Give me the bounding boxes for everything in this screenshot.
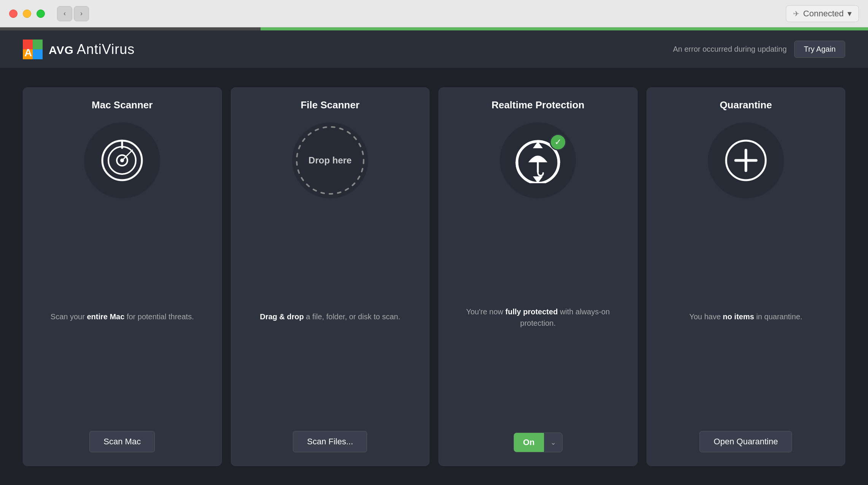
toggle-arrow[interactable]: ⌄ <box>544 434 562 451</box>
connected-button[interactable]: ✈ Connected ▾ <box>786 5 859 22</box>
update-message: An error occurred during updating <box>673 45 787 54</box>
chevron-down-icon: ▾ <box>847 9 852 19</box>
file-scanner-icon-area: Drop here <box>292 122 368 198</box>
file-scanner-description: Drag & drop a file, folder, or disk to s… <box>260 210 400 423</box>
main-content: Mac Scanner Scan your entire Mac <box>0 68 868 485</box>
drop-zone[interactable]: Drop here <box>294 124 366 197</box>
quarantine-plus-icon <box>725 139 767 181</box>
open-quarantine-button[interactable]: Open Quarantine <box>699 431 792 452</box>
mac-scanner-title: Mac Scanner <box>92 99 153 111</box>
nav-forward-button[interactable]: › <box>74 6 89 21</box>
titlebar: ‹ › ✈ Connected ▾ <box>0 0 868 27</box>
file-scanner-card[interactable]: File Scanner Drop here Drag & drop a fil… <box>231 87 430 466</box>
quarantine-card: Quarantine You have no items in quaranti… <box>647 87 846 466</box>
svg-text:A: A <box>24 47 32 59</box>
scan-files-button[interactable]: Scan Files... <box>293 431 367 452</box>
connected-label: Connected <box>803 9 844 19</box>
file-scanner-title: File Scanner <box>300 99 359 111</box>
nav-arrows: ‹ › <box>57 6 89 21</box>
brand-label: AVG <box>49 44 74 57</box>
quarantine-title: Quarantine <box>720 99 772 111</box>
green-bar <box>0 27 868 30</box>
realtime-protection-icon-area: ✓ <box>500 122 576 198</box>
toggle-on-label[interactable]: On <box>514 433 544 452</box>
app-header: A AVG AntiVirus An error occurred during… <box>0 30 868 68</box>
nav-back-button[interactable]: ‹ <box>57 6 72 21</box>
app-title: AntiVirus <box>77 41 135 57</box>
scan-mac-button[interactable]: Scan Mac <box>89 431 155 452</box>
realtime-protection-description: You're now fully protected with always-o… <box>450 210 626 425</box>
update-area: An error occurred during updating Try Ag… <box>673 41 845 58</box>
try-again-button[interactable]: Try Again <box>794 41 845 58</box>
logo-area: A AVG AntiVirus <box>23 40 135 59</box>
protection-icon-wrap: ✓ <box>513 138 563 183</box>
quarantine-icon-area <box>708 122 784 198</box>
checkmark-badge: ✓ <box>550 134 566 151</box>
quarantine-description: You have no items in quarantine. <box>689 210 802 423</box>
drop-here-text: Drop here <box>308 155 351 166</box>
svg-rect-3 <box>33 49 43 59</box>
avg-logo-icon: A <box>23 40 43 59</box>
window-controls <box>9 10 45 18</box>
realtime-protection-title: Realtime Protection <box>491 99 584 111</box>
mac-scanner-card: Mac Scanner Scan your entire Mac <box>23 87 222 466</box>
minimize-button[interactable] <box>23 10 31 18</box>
svg-rect-1 <box>33 40 43 49</box>
mac-scanner-icon-area <box>84 122 160 198</box>
mac-scanner-description: Scan your entire Mac for potential threa… <box>51 210 194 423</box>
close-button[interactable] <box>9 10 17 18</box>
mac-scanner-icon <box>101 139 143 181</box>
maximize-button[interactable] <box>37 10 45 18</box>
cards-grid: Mac Scanner Scan your entire Mac <box>23 87 845 466</box>
toggle-wrap[interactable]: On ⌄ <box>513 433 563 452</box>
realtime-protection-card: Realtime Protection ✓ <box>439 87 637 466</box>
connected-icon: ✈ <box>793 9 800 18</box>
